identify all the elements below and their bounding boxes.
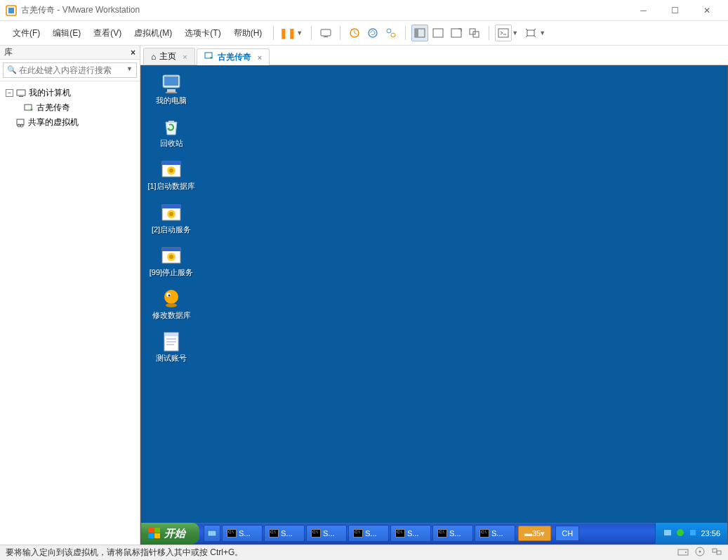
menu-file[interactable]: 文件(F)	[7, 25, 46, 42]
chevron-down-icon[interactable]: ▼	[126, 65, 133, 72]
stretch-button[interactable]	[522, 25, 539, 41]
icon-label: [99]停止服务	[150, 268, 193, 277]
tree-item-vm[interactable]: 古羌传奇	[3, 100, 137, 115]
tray-icon[interactable]	[663, 528, 673, 539]
desktop-icon-start-service[interactable]: [2]启动服务	[147, 201, 196, 234]
task-label: S...	[323, 529, 335, 538]
tray-icon[interactable]	[675, 528, 685, 539]
tab-home[interactable]: ⌂ 主页 ×	[143, 48, 195, 65]
taskbar-item[interactable]: S...	[390, 525, 431, 542]
taskbar-tasks: S... S... S... S... S... S... S... ▬ 35 …	[199, 523, 655, 544]
menu-help[interactable]: 帮助(H)	[228, 25, 268, 42]
taskbar-item[interactable]: S...	[432, 525, 473, 542]
library-close-button[interactable]: ×	[131, 48, 135, 58]
collapse-icon[interactable]: −	[6, 89, 13, 97]
start-button[interactable]: 开始	[141, 523, 199, 544]
view-quick-button[interactable]	[430, 25, 446, 41]
chevron-down-icon[interactable]: ▼	[539, 29, 545, 36]
svg-point-58	[685, 552, 687, 553]
desktop-icon-start-db[interactable]: [1]启动数据库	[147, 158, 196, 191]
tray-icon[interactable]	[688, 528, 698, 539]
taskbar-item[interactable]: S...	[222, 525, 263, 542]
close-button[interactable]: ✕	[691, 0, 722, 21]
tab-active-vm[interactable]: 古羌传奇 ×	[197, 48, 270, 65]
menu-edit[interactable]: 编辑(E)	[47, 25, 86, 42]
desktop-icons: 我的电脑 回收站 [1]启动数据库 [2]启动服务 [99]停止服务	[141, 65, 727, 370]
device-net-icon[interactable]	[711, 547, 722, 559]
menu-vm[interactable]: 虚拟机(M)	[128, 25, 178, 42]
tree-label: 古羌传奇	[37, 102, 70, 114]
menu-tabs[interactable]: 选项卡(T)	[179, 25, 226, 42]
svg-point-55	[677, 529, 684, 536]
quick-launch-item[interactable]	[204, 525, 220, 542]
cmd-icon	[353, 529, 363, 538]
view-console-button[interactable]	[466, 25, 483, 41]
desktop-icon-test-account[interactable]: 测试账号	[147, 330, 196, 363]
tree-item-my-computer[interactable]: − 我的计算机	[3, 86, 137, 100]
task-label: S...	[281, 529, 293, 538]
cmd-icon	[227, 529, 237, 538]
navicat-icon	[160, 287, 183, 309]
bat-icon	[160, 201, 183, 224]
taskbar-item[interactable]: S...	[348, 525, 389, 542]
svg-rect-56	[690, 530, 696, 535]
snapshot-manage-button[interactable]	[383, 25, 399, 41]
chevron-down-icon[interactable]: ▼	[512, 29, 518, 36]
suspend-button[interactable]: ❚❚	[279, 25, 296, 41]
svg-rect-61	[713, 549, 717, 552]
task-label: S...	[239, 529, 251, 538]
svg-rect-9	[415, 29, 418, 37]
separator	[273, 26, 274, 40]
svg-rect-18	[19, 96, 23, 97]
status-hint: 要将输入定向到该虚拟机，请将鼠标指针移入其中或按 Ctrl+G。	[6, 547, 243, 559]
send-cad-button[interactable]	[317, 25, 334, 41]
fullscreen-button[interactable]	[495, 25, 512, 41]
search-input[interactable]	[3, 62, 137, 78]
svg-rect-2	[321, 29, 331, 36]
snapshot-take-button[interactable]	[346, 25, 363, 41]
window-title: 古羌传奇 - VMware Workstation	[21, 4, 628, 16]
statusbar: 要将输入定向到该虚拟机，请将鼠标指针移入其中或按 Ctrl+G。	[0, 545, 728, 560]
icon-label: [2]启动服务	[152, 225, 191, 234]
cmd-icon	[479, 529, 489, 538]
svg-rect-16	[527, 30, 534, 36]
view-single-button[interactable]	[411, 25, 428, 41]
svg-rect-1	[8, 8, 14, 13]
svg-rect-52	[154, 533, 160, 538]
guest-desktop[interactable]: 我的电脑 回收站 [1]启动数据库 [2]启动服务 [99]停止服务	[140, 65, 728, 545]
svg-rect-53	[208, 531, 216, 536]
icon-label: 回收站	[160, 139, 183, 148]
chevron-down-icon[interactable]: ▼	[296, 29, 303, 36]
device-hdd-icon[interactable]	[677, 547, 689, 559]
ime-indicator[interactable]: ▬ 35 ▾	[518, 526, 551, 541]
svg-rect-33	[162, 205, 180, 208]
taskbar-item[interactable]: S...	[306, 525, 347, 542]
desktop-icon-stop-service[interactable]: [99]停止服务	[147, 244, 196, 277]
svg-point-39	[169, 255, 173, 259]
separator	[405, 26, 406, 40]
task-label: S...	[365, 529, 377, 538]
language-indicator[interactable]: CH	[555, 526, 579, 541]
taskbar-item[interactable]: S...	[475, 525, 515, 542]
svg-rect-49	[148, 528, 154, 533]
tab-close-button[interactable]: ×	[183, 53, 187, 61]
maximize-button[interactable]: ☐	[659, 0, 691, 21]
window-controls: ─ ☐ ✕	[628, 0, 722, 21]
menu-view[interactable]: 查看(V)	[88, 25, 127, 42]
desktop-icon-recycle-bin[interactable]: 回收站	[147, 115, 196, 148]
desktop-icon-modify-db[interactable]: 修改数据库	[147, 287, 196, 320]
svg-rect-3	[324, 36, 328, 37]
taskbar-item[interactable]: S...	[264, 525, 305, 542]
tree-item-shared[interactable]: 共享的虚拟机	[3, 115, 137, 130]
minimize-button[interactable]: ─	[628, 0, 659, 21]
svg-rect-11	[451, 29, 461, 37]
svg-point-42	[168, 294, 171, 296]
titlebar: 古羌传奇 - VMware Workstation ─ ☐ ✕	[0, 0, 728, 21]
device-cd-icon[interactable]	[694, 547, 706, 559]
desktop-icon-my-computer[interactable]: 我的电脑	[147, 72, 196, 105]
clock[interactable]: 23:56	[701, 529, 720, 538]
snapshot-revert-button[interactable]	[364, 25, 381, 41]
svg-point-60	[699, 551, 701, 553]
view-unity-button[interactable]	[448, 25, 465, 41]
tab-close-button[interactable]: ×	[258, 53, 262, 62]
